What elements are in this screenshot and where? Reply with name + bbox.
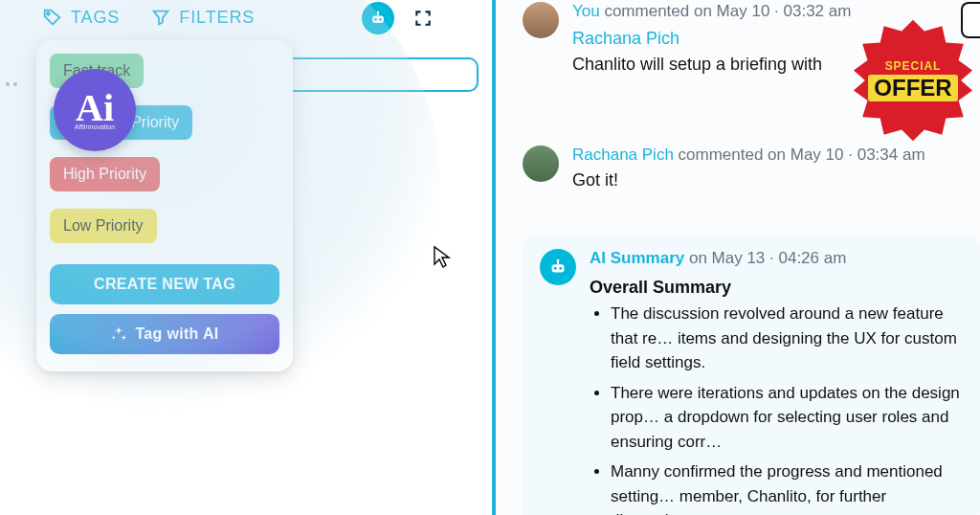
left-input[interactable]	[278, 57, 479, 92]
cursor-icon	[433, 245, 452, 274]
create-new-tag-label: CREATE NEW TAG	[94, 276, 235, 293]
toolbar: TAGS FILTERS	[42, 0, 320, 34]
avatar[interactable]	[523, 146, 559, 182]
comment-2-author: Rachana Pich	[572, 146, 674, 164]
create-new-tag-button[interactable]: CREATE NEW TAG	[50, 264, 279, 304]
summary-heading-overall: Overall Summary	[590, 278, 963, 298]
avatar[interactable]	[523, 2, 559, 38]
tag-with-ai-label: Tag with AI	[135, 325, 218, 343]
ai-badge-sub: AffiInnovation	[75, 123, 115, 130]
tag-low-priority[interactable]: Low Priority	[50, 209, 157, 243]
tag-icon	[42, 7, 63, 28]
comment-2: Rachana Pich commented on May 10 · 03:34…	[523, 146, 925, 190]
tag-high-priority[interactable]: High Priority	[50, 157, 160, 191]
ai-assistant-button[interactable]	[362, 2, 394, 34]
special-offer-badge[interactable]: SPECIAL OFFER	[850, 17, 976, 144]
fullscreen-button[interactable]	[412, 7, 434, 30]
affiliate-ai-badge: Ai AffiInnovation	[54, 69, 136, 151]
summary-meta: AI Summary on May 13 · 04:26 am	[590, 249, 963, 268]
filters-tab[interactable]: FILTERS	[150, 7, 255, 28]
robot-icon	[547, 257, 568, 278]
ai-badge-main: Ai	[76, 91, 114, 125]
svg-rect-1	[372, 16, 384, 24]
svg-point-7	[554, 267, 557, 270]
tags-label: TAGS	[71, 8, 120, 28]
svg-rect-6	[552, 264, 565, 272]
ai-avatar	[540, 249, 576, 285]
promo-special: SPECIAL	[868, 59, 957, 73]
comment-1-mention[interactable]: Rachana Pich	[572, 29, 851, 49]
filters-label: FILTERS	[179, 8, 255, 28]
comment-2-body: Got it!	[572, 170, 925, 190]
comment-1-author: You	[572, 2, 600, 20]
sparkle-icon	[110, 325, 127, 343]
summary-overall-list: The discussion revolved around a new fea…	[590, 302, 963, 515]
tags-tab[interactable]: TAGS	[42, 7, 120, 28]
svg-point-3	[379, 18, 382, 21]
svg-point-10	[557, 259, 560, 262]
svg-point-8	[559, 267, 562, 270]
comment-1: You commented on May 10 · 03:32 am Racha…	[523, 2, 851, 75]
comment-2-meta: Rachana Pich commented on May 10 · 03:34…	[572, 146, 925, 165]
fullscreen-icon	[413, 9, 433, 28]
right-panel: You commented on May 10 · 03:32 am Racha…	[496, 0, 980, 515]
comment-1-body: Chanlito will setup a briefing with	[572, 55, 851, 75]
svg-point-0	[47, 12, 50, 15]
left-panel-actions	[362, 2, 434, 34]
robot-icon	[368, 9, 388, 28]
promo-offer: OFFER	[868, 75, 957, 101]
list-item: There were iterations and updates on the…	[611, 381, 963, 455]
svg-point-2	[374, 18, 377, 21]
comment-1-meta: You commented on May 10 · 03:32 am	[572, 2, 851, 21]
carousel-dots	[6, 82, 17, 86]
ai-summary-card: AI Summary on May 13 · 04:26 am Overall …	[523, 235, 980, 515]
svg-point-5	[377, 11, 379, 13]
list-item: The discussion revolved around a new fea…	[611, 302, 963, 375]
filter-icon	[150, 7, 171, 28]
tag-with-ai-button[interactable]: Tag with AI	[50, 314, 279, 354]
left-panel: TAGS FILTERS Fast track a	[0, 0, 492, 515]
list-item: Manny confirmed the progress and mention…	[611, 459, 963, 515]
